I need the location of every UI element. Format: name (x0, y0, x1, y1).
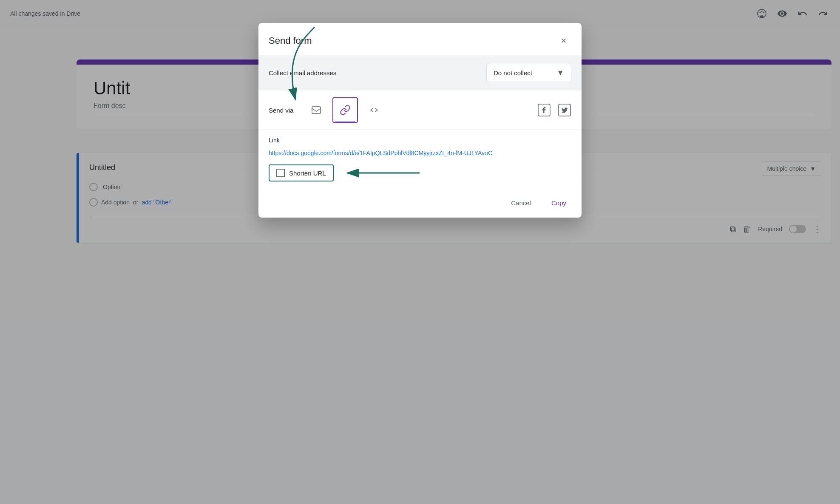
dialog-header: Send form × (258, 23, 582, 48)
shorten-url-arrow (339, 164, 424, 181)
collect-email-row: Collect email addresses Do not collect ▼ (258, 55, 582, 91)
collect-email-dropdown[interactable]: Do not collect ▼ (486, 64, 571, 82)
dialog-footer: Cancel Copy (258, 192, 582, 218)
link-section-label: Link (269, 137, 571, 144)
dialog-close-button[interactable]: × (556, 33, 571, 48)
svg-rect-4 (312, 107, 321, 113)
send-via-row: Send via (258, 91, 582, 130)
facebook-share-icon[interactable] (537, 103, 551, 117)
shorten-url-checkbox[interactable] (276, 169, 285, 177)
collect-dropdown-arrow-icon: ▼ (556, 68, 564, 77)
send-form-dialog: Send form × Collect email addresses Do n… (258, 23, 582, 218)
dialog-title: Send form (269, 35, 312, 46)
link-url-text: https://docs.google.com/forms/d/e/1FAIpQ… (269, 149, 571, 158)
send-via-label: Send via (269, 107, 293, 114)
shorten-url-row: Shorten URL (269, 164, 571, 181)
collect-dropdown-value: Do not collect (494, 69, 532, 76)
collect-email-label: Collect email addresses (269, 69, 336, 76)
send-via-link-tab[interactable] (332, 97, 358, 123)
social-icons (537, 103, 571, 117)
shorten-url-wrapper[interactable]: Shorten URL (269, 164, 334, 181)
cancel-button[interactable]: Cancel (502, 195, 539, 211)
shorten-url-label: Shorten URL (289, 170, 326, 177)
send-via-email-tab[interactable] (304, 97, 329, 123)
modal-overlay: Send form × Collect email addresses Do n… (0, 0, 840, 504)
link-section: Link https://docs.google.com/forms/d/e/1… (258, 130, 582, 192)
copy-button[interactable]: Copy (543, 195, 575, 211)
send-via-embed-tab[interactable] (361, 97, 387, 123)
twitter-share-icon[interactable] (558, 103, 571, 117)
